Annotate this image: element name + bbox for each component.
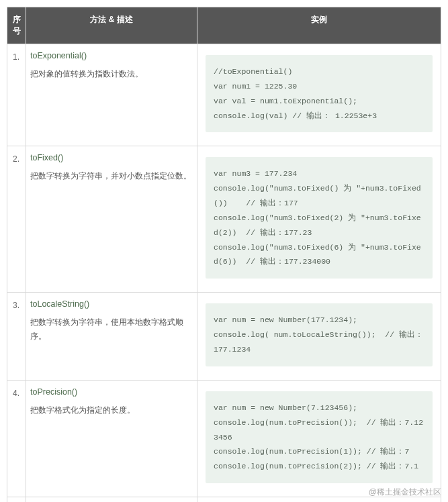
method-name: toExponential()	[30, 51, 191, 60]
method-description: 把数字转换为字符串，并对小数点指定位数。	[30, 169, 191, 183]
method-name: toLocaleString()	[30, 299, 191, 309]
row-example-cell: var num = new Number(7.123456); console.…	[197, 380, 441, 497]
code-block: var num = new Number(177.1234); console.…	[206, 303, 433, 366]
table-header-row: 序号 方法 & 描述 实例	[7, 7, 441, 44]
row-index: 2.	[7, 146, 26, 293]
row-index: 3.	[7, 293, 26, 381]
col-example: 实例	[197, 7, 441, 44]
methods-table: 序号 方法 & 描述 实例 1.toExponential()把对象的值转换为指…	[7, 7, 441, 502]
row-description-cell: toPrecision()把数字格式化为指定的长度。	[26, 380, 197, 497]
code-block: var num = new Number(7.123456); console.…	[206, 391, 433, 483]
table-row: 2.toFixed()把数字转换为字符串，并对小数点指定位数。var num3 …	[7, 146, 441, 293]
table-row: 4.toPrecision()把数字格式化为指定的长度。var num = ne…	[7, 380, 441, 497]
row-index: 4.	[7, 380, 26, 497]
row-example-cell: var num3 = 177.234 console.log("num3.toF…	[197, 146, 441, 293]
watermark-text: @稀土掘金技术社区	[369, 487, 441, 498]
method-description: 把数字转换为字符串，使用本地数字格式顺序。	[30, 315, 191, 343]
col-index: 序号	[7, 7, 26, 44]
code-block: var num3 = 177.234 console.log("num3.toF…	[206, 157, 433, 279]
row-index: 5.	[7, 497, 26, 502]
code-block: //toExponential() var num1 = 1225.30 var…	[206, 55, 433, 132]
method-name: toPrecision()	[30, 387, 191, 397]
row-index: 1.	[7, 44, 26, 146]
table-row: 3.toLocaleString()把数字转换为字符串，使用本地数字格式顺序。v…	[7, 293, 441, 381]
table-row: 1.toExponential()把对象的值转换为指数计数法。//toExpon…	[7, 44, 441, 146]
row-example-cell: //toExponential() var num1 = 1225.30 var…	[197, 44, 441, 146]
method-name: toFixed()	[30, 153, 191, 162]
row-description-cell: toLocaleString()把数字转换为字符串，使用本地数字格式顺序。	[26, 293, 197, 381]
row-description-cell: toString()把数字转换为字符串，使用指定的基数。数字的基数是 2 ~ 3…	[26, 497, 197, 502]
row-example-cell: var num = new Number(177.1234); console.…	[197, 293, 441, 381]
method-description: 把对象的值转换为指数计数法。	[30, 67, 191, 81]
row-description-cell: toFixed()把数字转换为字符串，并对小数点指定位数。	[26, 146, 197, 293]
row-description-cell: toExponential()把对象的值转换为指数计数法。	[26, 44, 197, 146]
method-description: 把数字格式化为指定的长度。	[30, 403, 191, 417]
col-desc: 方法 & 描述	[26, 7, 197, 44]
